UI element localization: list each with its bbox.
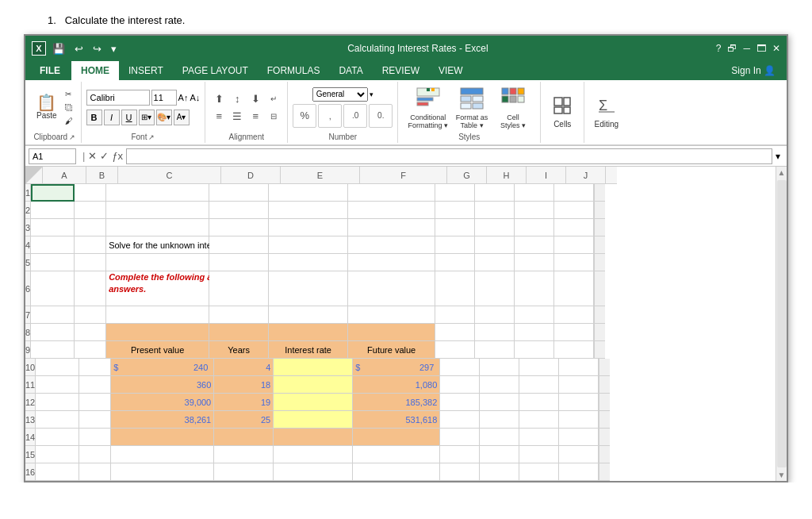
cell-c2[interactable] <box>106 202 209 219</box>
cell-a11[interactable] <box>36 376 79 394</box>
align-bottom-button[interactable]: ⬇ <box>247 90 264 106</box>
cell-h10[interactable] <box>480 359 519 376</box>
formula-dropdown-icon[interactable]: ▾ <box>772 151 783 162</box>
cell-c15[interactable] <box>111 446 214 463</box>
cell-g7[interactable] <box>435 306 475 324</box>
customize-icon[interactable]: ▾ <box>108 41 120 56</box>
cell-i2[interactable] <box>515 202 554 219</box>
format-painter-button[interactable]: 🖌 <box>62 115 76 127</box>
cell-d16[interactable] <box>214 463 274 481</box>
cell-g13[interactable] <box>440 411 480 429</box>
col-header-f[interactable]: F <box>360 167 447 184</box>
tab-formulas[interactable]: FORMULAS <box>258 61 330 80</box>
cell-j7[interactable] <box>554 306 594 324</box>
cell-g6[interactable] <box>435 271 475 306</box>
cell-b10[interactable] <box>79 359 111 376</box>
col-header-i[interactable]: I <box>527 167 566 184</box>
cell-i16[interactable] <box>519 463 559 481</box>
cell-h16[interactable] <box>480 463 519 481</box>
cell-j16[interactable] <box>559 463 599 481</box>
cell-b7[interactable] <box>75 306 106 324</box>
confirm-formula-icon[interactable]: ✓ <box>100 150 109 162</box>
redo-icon[interactable]: ↪ <box>90 41 105 56</box>
cell-c3[interactable] <box>106 219 209 236</box>
cell-e13[interactable] <box>274 411 353 429</box>
cell-f11[interactable]: 1,080 <box>353 376 440 394</box>
tab-data[interactable]: DATA <box>329 61 372 80</box>
cell-f6[interactable] <box>348 271 435 306</box>
sign-in[interactable]: Sign In 👤 <box>723 61 783 80</box>
cell-f9[interactable]: Future value <box>348 341 435 359</box>
col-header-a[interactable]: A <box>43 167 86 184</box>
align-middle-button[interactable]: ↕ <box>228 90 246 106</box>
formula-input[interactable] <box>126 148 772 164</box>
cell-i7[interactable] <box>515 306 554 324</box>
cell-h9[interactable] <box>475 341 515 359</box>
cell-g16[interactable] <box>440 463 480 481</box>
cell-g1[interactable] <box>435 184 475 202</box>
insert-function-icon[interactable]: ƒx <box>112 150 123 162</box>
cell-b16[interactable] <box>79 463 111 481</box>
col-header-c[interactable]: C <box>118 167 221 184</box>
vertical-scrollbar[interactable]: ▲ ▼ <box>776 167 787 481</box>
cell-i8[interactable] <box>515 324 554 341</box>
cell-j6[interactable] <box>554 271 594 306</box>
cell-g2[interactable] <box>435 202 475 219</box>
editing-button[interactable]: Σ Editing <box>591 93 622 130</box>
cell-j15[interactable] <box>559 446 599 463</box>
maximize-icon[interactable]: 🗖 <box>756 43 766 54</box>
cell-c13[interactable]: 38,261 <box>111 411 214 429</box>
align-right-button[interactable]: ≡ <box>247 108 264 124</box>
cell-f1[interactable] <box>348 184 435 202</box>
cell-e11[interactable] <box>274 376 353 394</box>
close-icon[interactable]: ✕ <box>772 43 780 54</box>
cell-f10[interactable]: $ 297 <box>353 359 440 376</box>
cell-f16[interactable] <box>353 463 440 481</box>
cell-f15[interactable] <box>353 446 440 463</box>
cell-j3[interactable] <box>554 219 594 236</box>
restore-icon[interactable]: 🗗 <box>727 43 737 54</box>
cell-g4[interactable] <box>435 236 475 254</box>
cell-j14[interactable] <box>559 429 599 446</box>
undo-icon[interactable]: ↩ <box>71 41 86 56</box>
cell-e12[interactable] <box>274 394 353 411</box>
cell-i14[interactable] <box>519 429 559 446</box>
cell-e14[interactable] <box>274 429 353 446</box>
font-size-shrink-icon[interactable]: A↓ <box>190 93 200 102</box>
cell-a1[interactable] <box>31 184 75 202</box>
merge-cells-button[interactable]: ⊟ <box>265 108 282 124</box>
cell-d6[interactable] <box>209 271 269 306</box>
cell-j1[interactable] <box>554 184 594 202</box>
cell-i5[interactable] <box>515 254 554 271</box>
cell-g12[interactable] <box>440 394 480 411</box>
cell-f4[interactable] <box>348 236 435 254</box>
cell-f5[interactable] <box>348 254 435 271</box>
cell-h8[interactable] <box>475 324 515 341</box>
cell-j12[interactable] <box>559 394 599 411</box>
cell-a10[interactable] <box>36 359 79 376</box>
cell-styles-button[interactable]: CellStyles ▾ <box>496 85 530 129</box>
align-left-button[interactable]: ≡ <box>210 108 228 124</box>
cell-e9[interactable]: Interest rate <box>269 341 348 359</box>
tab-file[interactable]: FILE <box>29 61 71 80</box>
copy-button[interactable]: ⿻ <box>62 102 76 113</box>
col-header-e[interactable]: E <box>281 167 360 184</box>
cell-c10[interactable]: $ 240 <box>111 359 214 376</box>
cell-e6[interactable] <box>269 271 348 306</box>
cell-j13[interactable] <box>559 411 599 429</box>
cell-i12[interactable] <box>519 394 559 411</box>
cell-i4[interactable] <box>515 236 554 254</box>
tab-page-layout[interactable]: PAGE LAYOUT <box>173 61 258 80</box>
cell-d5[interactable] <box>209 254 269 271</box>
cell-b12[interactable] <box>79 394 111 411</box>
cell-h6[interactable] <box>475 271 515 306</box>
cell-g9[interactable] <box>435 341 475 359</box>
cell-h12[interactable] <box>480 394 519 411</box>
cell-a14[interactable] <box>36 429 79 446</box>
conditional-formatting-button[interactable]: ConditionalFormatting ▾ <box>408 85 449 129</box>
cell-i9[interactable] <box>515 341 554 359</box>
clipboard-expand-icon[interactable]: ↗ <box>69 133 75 141</box>
cell-d3[interactable] <box>209 219 269 236</box>
cell-a15[interactable] <box>36 446 79 463</box>
cell-a8[interactable] <box>31 324 75 341</box>
